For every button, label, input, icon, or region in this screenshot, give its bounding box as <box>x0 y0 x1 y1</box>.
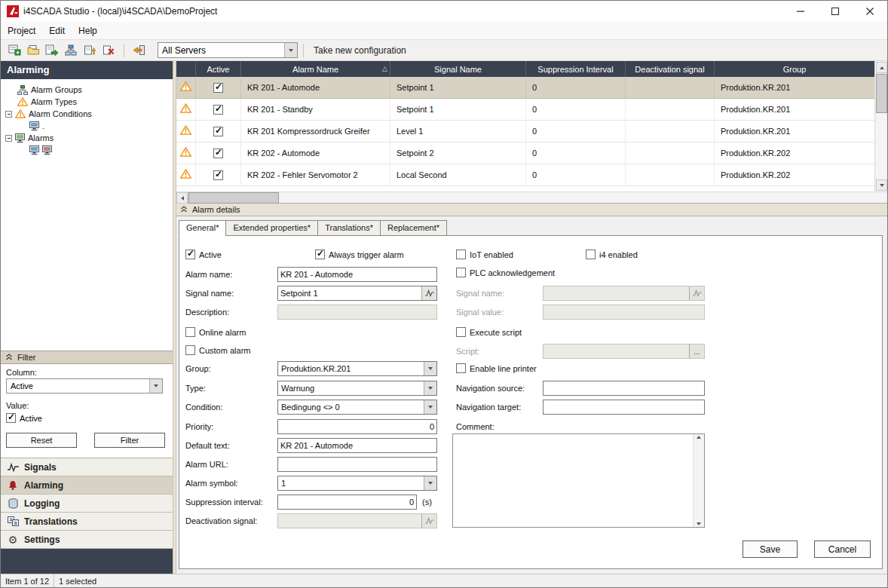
execute-script-checkbox[interactable]: Execute script <box>456 326 522 338</box>
filter-value-checkbox[interactable]: Active <box>6 413 173 423</box>
alarm-symbol-select[interactable]: 1 <box>277 476 437 491</box>
active-checkbox[interactable] <box>213 170 223 180</box>
active-checkbox[interactable]: Active <box>185 249 222 260</box>
tree-item-alarm-conditions[interactable]: Alarm Conditions <box>1 108 173 120</box>
active-checkbox[interactable] <box>213 149 223 158</box>
comment-scrollbar[interactable] <box>693 434 704 527</box>
collapse-expander-icon[interactable] <box>5 135 12 142</box>
sidebar-item-logging[interactable]: Logging <box>1 495 173 513</box>
chevron-down-icon[interactable] <box>149 379 162 393</box>
reset-button[interactable]: Reset <box>6 433 77 448</box>
navigation-source-input[interactable] <box>543 381 705 396</box>
table-row[interactable]: KR 201 Kompressordruck Greifer Level 1 0… <box>176 121 874 142</box>
plc-signal-value-input[interactable] <box>543 305 705 320</box>
table-vertical-scrollbar[interactable] <box>874 61 887 191</box>
column-header-alarm-name[interactable]: Alarm Name <box>241 61 390 77</box>
menu-project[interactable]: Project <box>1 22 42 40</box>
vertical-scroll-thumb[interactable] <box>876 74 887 113</box>
maximize-button[interactable] <box>818 1 853 22</box>
priority-input[interactable] <box>277 419 437 434</box>
column-header-group[interactable]: Group <box>715 61 874 77</box>
column-header-suppression-interval[interactable]: Suppression Interval <box>526 61 626 77</box>
chevron-down-icon[interactable] <box>284 43 297 57</box>
server-selector[interactable]: All Servers <box>158 42 298 58</box>
suppression-interval-input[interactable] <box>277 495 417 510</box>
scroll-down-icon[interactable] <box>876 179 887 191</box>
checkbox-icon[interactable] <box>456 327 466 337</box>
active-checkbox[interactable] <box>213 127 223 136</box>
signal-browse-button[interactable] <box>421 514 436 528</box>
enable-line-printer-checkbox[interactable]: Enable line printer <box>456 363 537 374</box>
sidebar-item-settings[interactable]: ⚙ Settings <box>1 531 173 549</box>
scroll-up-icon[interactable] <box>697 436 701 439</box>
tab-general[interactable]: General* <box>179 220 226 236</box>
exit-icon[interactable] <box>130 42 148 59</box>
open-configuration-icon[interactable] <box>24 42 42 59</box>
checkbox-icon[interactable] <box>185 250 195 259</box>
checkbox-icon[interactable] <box>456 363 466 373</box>
checkbox-icon[interactable] <box>6 413 16 423</box>
i4-enabled-checkbox[interactable]: i4 enabled <box>586 249 638 260</box>
menu-edit[interactable]: Edit <box>42 22 72 40</box>
navigation-target-input[interactable] <box>543 400 705 415</box>
alarm-url-input[interactable] <box>277 457 437 472</box>
table-row[interactable]: KR 202 - Automode Setpoint 2 0 Produktio… <box>176 142 874 164</box>
column-header-deactivation-signal[interactable]: Deactivation signal <box>626 61 715 77</box>
tab-extended-properties[interactable]: Extended properties* <box>225 220 318 236</box>
checkbox-icon[interactable] <box>185 345 195 355</box>
filter-button[interactable]: Filter <box>94 433 165 448</box>
alarm-details-header[interactable]: Alarm details <box>176 203 887 216</box>
plc-acknowledgement-checkbox[interactable]: PLC acknowledgement <box>456 267 555 278</box>
condition-select[interactable]: Bedingung <> 0 <box>277 400 437 415</box>
signal-browse-button[interactable] <box>689 286 704 300</box>
checkbox-icon[interactable] <box>185 327 195 337</box>
sidebar-item-signals[interactable]: Signals <box>1 458 173 476</box>
tree-item-alarm-groups[interactable]: Alarm Groups <box>1 84 173 96</box>
active-checkbox[interactable] <box>213 105 223 115</box>
collapse-expander-icon[interactable] <box>5 111 12 118</box>
filter-section-header[interactable]: Filter <box>1 351 173 364</box>
column-header-active[interactable]: Active <box>196 61 241 77</box>
default-text-input[interactable] <box>277 438 437 453</box>
signal-browse-button[interactable] <box>421 286 436 300</box>
iot-enabled-checkbox[interactable]: IoT enabled <box>456 249 513 260</box>
script-browse-button[interactable]: ... <box>689 345 704 358</box>
tree-item-condition-server[interactable]: . <box>1 120 173 132</box>
active-checkbox[interactable] <box>213 83 223 93</box>
signal-name-input[interactable] <box>278 286 421 300</box>
horizontal-scroll-thumb[interactable] <box>188 192 279 204</box>
table-row[interactable]: KR 202 - Fehler Servomotor 2 Local Secon… <box>176 164 874 186</box>
import-configuration-icon[interactable] <box>43 42 61 59</box>
cancel-button[interactable]: Cancel <box>814 541 871 558</box>
tree-item-alarm-server[interactable] <box>1 144 173 156</box>
filter-column-select[interactable]: Active <box>6 378 163 394</box>
scroll-up-icon[interactable] <box>876 62 887 73</box>
checkbox-icon[interactable] <box>456 268 466 277</box>
chevron-down-icon[interactable] <box>424 476 436 490</box>
checkbox-icon[interactable] <box>315 250 325 259</box>
tree-view-icon[interactable] <box>62 42 80 59</box>
tab-replacement[interactable]: Replacement* <box>380 220 447 236</box>
checkbox-icon[interactable] <box>456 250 466 259</box>
close-button[interactable] <box>853 1 887 22</box>
menu-help[interactable]: Help <box>72 22 104 40</box>
scroll-down-icon[interactable] <box>697 522 701 525</box>
type-select[interactable]: Warnung <box>277 381 437 396</box>
minimize-button[interactable] <box>783 1 818 22</box>
table-row[interactable]: KR 201 - Automode Setpoint 1 0 Produktio… <box>176 77 874 99</box>
tab-translations[interactable]: Translations* <box>317 220 381 236</box>
online-alarm-checkbox[interactable]: Online alarm <box>185 326 246 338</box>
tree-item-alarms[interactable]: Alarms <box>1 132 173 144</box>
column-header-signal-name[interactable]: Signal Name <box>390 61 526 77</box>
always-trigger-alarm-checkbox[interactable]: Always trigger alarm <box>315 249 404 260</box>
checkbox-icon[interactable] <box>586 250 596 259</box>
export-icon[interactable] <box>81 42 99 59</box>
deactivation-signal-input[interactable] <box>278 514 421 528</box>
chevron-down-icon[interactable] <box>424 381 436 395</box>
script-input[interactable] <box>544 345 689 358</box>
plc-signal-name-input[interactable] <box>544 286 689 300</box>
sidebar-item-alarming[interactable]: Alarming <box>1 476 173 495</box>
delete-icon[interactable] <box>100 42 118 59</box>
column-header-icon[interactable] <box>176 61 196 77</box>
new-configuration-icon[interactable] <box>5 42 23 59</box>
